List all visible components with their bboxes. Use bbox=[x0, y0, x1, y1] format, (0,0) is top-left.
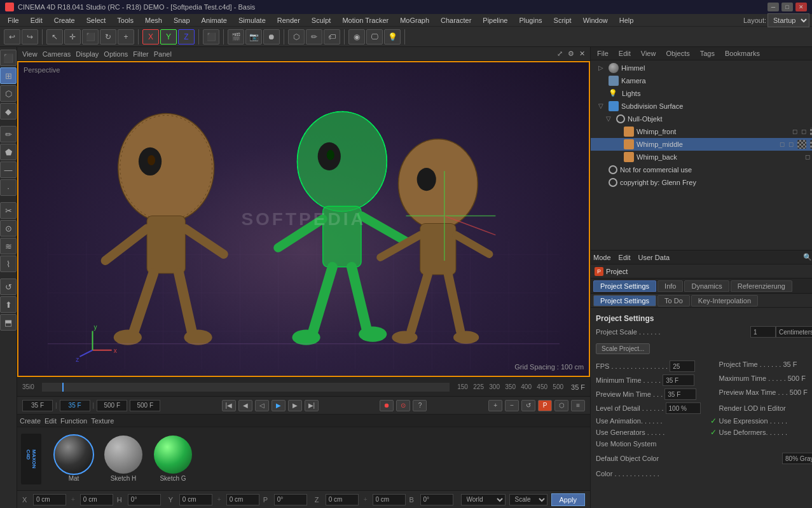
menu-mesh[interactable]: Mesh bbox=[140, 15, 167, 25]
material-item-1[interactable]: Mat bbox=[52, 436, 96, 482]
coord-y-input[interactable] bbox=[179, 494, 212, 505]
coord-x-input[interactable] bbox=[33, 494, 66, 505]
menu-plugins[interactable]: Plugins bbox=[514, 15, 547, 25]
rec-pos-btn[interactable]: P bbox=[538, 400, 552, 411]
menu-sculpt[interactable]: Sculpt bbox=[306, 15, 336, 25]
coord-x2-input[interactable] bbox=[80, 494, 113, 505]
timeline-playhead[interactable] bbox=[62, 383, 64, 392]
tool-edge[interactable]: — bbox=[0, 161, 17, 178]
menu-character[interactable]: Character bbox=[436, 15, 476, 25]
tool-polygon[interactable]: ⬟ bbox=[0, 144, 17, 160]
obj-menu-file[interactable]: File bbox=[593, 48, 612, 58]
menu-simulate[interactable]: Simulate bbox=[233, 15, 271, 25]
obj-render-wf[interactable]: ◻ bbox=[801, 128, 806, 135]
menu-help[interactable]: Help bbox=[614, 15, 639, 25]
obj-row-null[interactable]: ▽ Null-Objekt ◻ ◻ bbox=[591, 113, 812, 125]
obj-type-btn[interactable]: ⬛ bbox=[203, 29, 219, 45]
layer-btn[interactable]: ≡ bbox=[571, 400, 585, 411]
obj-menu-objects[interactable]: Objects bbox=[662, 48, 693, 58]
tool-extrude[interactable]: ⬆ bbox=[0, 296, 17, 313]
viewport-tab-panel[interactable]: Panel bbox=[154, 50, 172, 58]
tool-spin[interactable]: ↺ bbox=[0, 278, 17, 295]
attr-tab-info[interactable]: Info bbox=[657, 280, 683, 292]
world-select[interactable]: World Local bbox=[461, 494, 506, 505]
attr-tab-project-settings[interactable]: Project Settings bbox=[593, 280, 656, 292]
menu-script[interactable]: Script bbox=[549, 15, 577, 25]
attr-project-scale-unit[interactable]: Centimeters Meters Inches bbox=[776, 326, 812, 338]
menu-mograph[interactable]: MoGraph bbox=[395, 15, 434, 25]
menu-motion-tracker[interactable]: Motion Tracker bbox=[337, 15, 394, 25]
attr-search-icon[interactable]: 🔍 bbox=[803, 253, 812, 261]
attr-objcolor-select[interactable]: 80% Gray Custom bbox=[782, 453, 812, 464]
coord-z2-input[interactable] bbox=[373, 494, 406, 505]
attr-menu-edit[interactable]: Edit bbox=[619, 254, 631, 261]
viewport-close[interactable]: ✕ bbox=[579, 50, 585, 58]
view-paint[interactable]: ✏ bbox=[306, 29, 322, 45]
window-controls[interactable]: ─ □ ✕ bbox=[767, 3, 807, 11]
obj-vis-wf[interactable]: ◻ bbox=[792, 128, 797, 135]
menu-tools[interactable]: Tools bbox=[112, 15, 139, 25]
rotate-tool[interactable]: ↻ bbox=[100, 29, 116, 45]
view-tag[interactable]: 🏷 bbox=[324, 29, 340, 45]
coord-p-input[interactable] bbox=[274, 494, 307, 505]
tool-brush[interactable]: ✏ bbox=[0, 126, 17, 142]
viewport-tab-filter[interactable]: Filter bbox=[133, 50, 148, 58]
redo-button[interactable]: ↪ bbox=[22, 29, 38, 45]
view-cube[interactable]: ⬡ bbox=[288, 29, 305, 45]
scale-tool[interactable]: ⬛ bbox=[82, 29, 99, 45]
obj-menu-tags[interactable]: Tags bbox=[696, 48, 719, 58]
transport-current[interactable] bbox=[60, 400, 90, 411]
render-btn[interactable]: 🖵 bbox=[366, 29, 383, 45]
coord-h-input[interactable] bbox=[128, 494, 161, 505]
tool-mode-point[interactable]: ◆ bbox=[0, 103, 17, 120]
obj-row-notcommercial[interactable]: Not for commercial use ◻ ◻ bbox=[591, 163, 812, 176]
tool-smooth[interactable]: ≋ bbox=[0, 238, 17, 254]
mat-menu-create[interactable]: Create bbox=[20, 417, 41, 425]
obj-row-copyright[interactable]: copyright by: Glenn Frey ◻ ◻ bbox=[591, 176, 812, 189]
obj-render-wm[interactable]: ◻ bbox=[788, 141, 794, 148]
obj-row-subdivision[interactable]: ▽ Subdivision Surface ◻ ◻ ✓ bbox=[591, 100, 812, 113]
anim-btn3[interactable]: ⏺ bbox=[263, 29, 280, 45]
timeline-bar[interactable] bbox=[42, 383, 450, 392]
tool-mode-object[interactable]: ⬛ bbox=[0, 50, 17, 66]
menu-render[interactable]: Render bbox=[272, 15, 305, 25]
tool-knife[interactable]: ✂ bbox=[0, 202, 17, 219]
minimize-button[interactable]: ─ bbox=[767, 3, 779, 11]
menu-create[interactable]: Create bbox=[49, 15, 80, 25]
attr-menu-userdata[interactable]: User Data bbox=[638, 254, 670, 261]
snap-btn[interactable]: ◉ bbox=[348, 29, 365, 45]
obj-row-himmel[interactable]: ▷ Himmel ◻ ◻ bbox=[591, 62, 812, 74]
attr-tab-dynamics[interactable]: Dynamics bbox=[684, 280, 729, 292]
anim-btn2[interactable]: 📷 bbox=[245, 29, 262, 45]
attr-tab-referenzierung[interactable]: Referenzierung bbox=[731, 280, 792, 292]
obj-vis-wm[interactable]: ◻ bbox=[780, 141, 785, 148]
anim-btn1[interactable]: 🎬 bbox=[228, 29, 244, 45]
minus-btn[interactable]: − bbox=[505, 400, 519, 411]
viewport-tab-cameras[interactable]: Cameras bbox=[43, 50, 71, 58]
coord-b-input[interactable] bbox=[420, 494, 453, 505]
obj-arrow-subdivision[interactable]: ▽ bbox=[598, 102, 606, 109]
record-button[interactable]: ⏺ bbox=[380, 400, 394, 411]
attr-fps-input[interactable] bbox=[670, 360, 695, 372]
attr-prevmin-input[interactable] bbox=[664, 388, 696, 400]
menu-pipeline[interactable]: Pipeline bbox=[478, 15, 513, 25]
obj-menu-view[interactable]: View bbox=[637, 48, 660, 58]
viewport-tab-display[interactable]: Display bbox=[76, 50, 99, 58]
transport-start[interactable] bbox=[22, 400, 53, 411]
attr-subtab-key-interp[interactable]: Key-Interpolation bbox=[691, 295, 758, 306]
menu-edit[interactable]: Edit bbox=[25, 15, 48, 25]
axis-z[interactable]: Z bbox=[178, 29, 195, 45]
obj-menu-bookmarks[interactable]: Bookmarks bbox=[721, 48, 764, 58]
tool-magnet[interactable]: ⊙ bbox=[0, 220, 17, 237]
obj-row-lights[interactable]: 💡 Lights ◻ ◻ bbox=[591, 87, 812, 100]
viewport-expand[interactable]: ⤢ bbox=[557, 50, 563, 58]
menu-file[interactable]: File bbox=[3, 15, 24, 25]
rewind-to-start[interactable]: |◀ bbox=[222, 400, 236, 411]
obj-vis-wb[interactable]: ◻ bbox=[805, 153, 810, 160]
play-forward[interactable]: ▶ bbox=[272, 400, 286, 411]
scale-project-button[interactable]: Scale Project... bbox=[596, 343, 650, 354]
maximize-button[interactable]: □ bbox=[781, 3, 793, 11]
transform-tool[interactable]: + bbox=[118, 29, 134, 45]
attr-lod-input[interactable] bbox=[666, 402, 701, 414]
coord-z-input[interactable] bbox=[326, 494, 359, 505]
